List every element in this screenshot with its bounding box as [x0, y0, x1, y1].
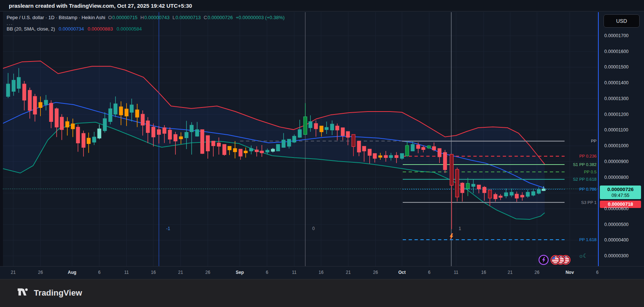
- ohlc-value: 0.00000715: [112, 15, 138, 20]
- time-axis-label: 26: [534, 270, 539, 275]
- ohlc-key: H: [140, 15, 144, 20]
- time-axis-label: 6: [98, 270, 101, 275]
- bb-value: 0.00000584: [117, 26, 142, 32]
- time-axis-label: Nov: [566, 270, 574, 275]
- bb-value: 0.00000883: [88, 26, 113, 32]
- bar-countdown: 09:47:55: [600, 193, 641, 198]
- pivot-level-label: S1 PP 0.382: [516, 162, 597, 167]
- tradingview-logo-text: TradingView: [34, 288, 82, 298]
- pivot-level-label: PP 0.786: [516, 187, 597, 192]
- time-axis-label: 11: [124, 270, 129, 275]
- currency-toggle-button[interactable]: USD: [604, 14, 640, 28]
- price-axis-label: 0.00001100: [604, 127, 641, 133]
- pivot-level-label: PP 0.236: [516, 154, 597, 159]
- time-axis-label: 26: [38, 270, 43, 275]
- price-axis-label: 0.00000900: [604, 159, 641, 165]
- ohlc-values: O0.00000715H0.00000743L0.00000713C0.0000…: [105, 15, 285, 20]
- event-marker-icons: [538, 254, 571, 265]
- time-axis-label: Oct: [398, 270, 406, 275]
- ohlc-key: O: [108, 15, 112, 20]
- time-axis-label: 21: [11, 270, 15, 275]
- legend-symbol-row[interactable]: Pepe / U.S. dollar · 1D · Bitstamp · Hei…: [7, 15, 285, 20]
- session-daynight-icon[interactable]: ☼☾: [579, 253, 587, 259]
- tradingview-logo-icon: [18, 288, 30, 298]
- symbol-title[interactable]: Pepe / U.S. dollar · 1D · Bitstamp · Hei…: [7, 15, 105, 20]
- event-line-label: -1: [166, 226, 170, 231]
- price-axis-label: 0.00001000: [604, 143, 641, 149]
- pivot-level-label: S2 PP 0.618: [516, 177, 597, 182]
- pivot-level-label: PP 1.618: [516, 237, 597, 242]
- time-axis-label: 6: [428, 270, 431, 275]
- price-axis-label: 0.00001400: [604, 80, 641, 86]
- last-price-value: 0.00000726: [600, 186, 641, 193]
- price-axis-label: 0.00000400: [604, 237, 641, 243]
- price-axis-label: 0.00001200: [604, 112, 641, 117]
- time-axis-label: 21: [508, 270, 512, 275]
- ohlc-value: 0.00000713: [175, 15, 201, 20]
- time-axis-label: 21: [346, 270, 351, 275]
- change-value: +0.00000003 (+0.38%): [236, 15, 285, 20]
- bb-indicator-label[interactable]: BB (20, SMA, close, 2): [7, 26, 55, 32]
- price-axis-label: 0.00000800: [604, 174, 641, 180]
- bb-value: 0.00000734: [59, 26, 84, 32]
- time-axis-label: 16: [151, 270, 156, 275]
- footer-bar: TradingView: [0, 279, 644, 307]
- event-line-label: 1: [459, 226, 461, 231]
- time-axis-label: 26: [373, 270, 378, 275]
- time-axis-label: 16: [481, 270, 486, 275]
- price-axis-label: 0.00000300: [604, 253, 641, 259]
- ohlc-key: L: [172, 15, 175, 20]
- watermark: praslearn created with TradingView.com, …: [0, 0, 644, 11]
- chart-legend: Pepe / U.S. dollar · 1D · Bitstamp · Hei…: [7, 15, 285, 33]
- price-axis-label: 0.00001500: [604, 64, 641, 70]
- last-price-badge: 0.00000726 09:47:55: [600, 186, 641, 199]
- pivot-level-label: PP: [516, 138, 597, 144]
- price-axis-label: 0.00000500: [604, 222, 641, 227]
- bb-values: 0.000007340.000008830.00000584: [55, 26, 142, 32]
- tradingview-chart-page: praslearn created with TradingView.com, …: [0, 0, 644, 307]
- watermark-text: praslearn created with TradingView.com, …: [9, 3, 192, 9]
- ohlc-value: 0.00000743: [144, 15, 170, 20]
- price-axis-label: 0.00000600: [604, 206, 641, 212]
- time-axis-label: 11: [454, 270, 458, 275]
- time-axis-label: Sep: [236, 270, 244, 275]
- tradingview-logo[interactable]: TradingView: [18, 288, 82, 298]
- price-axis-label: 0.00001700: [604, 33, 641, 39]
- time-axis-label: 6: [596, 270, 599, 275]
- time-axis[interactable]: 2126Aug611162126Sep611162126Oct611162126…: [0, 266, 644, 279]
- price-axis-label: 0.00001300: [604, 96, 641, 102]
- time-axis-label: 11: [292, 270, 296, 275]
- pivot-level-label: S3 PP 1: [516, 200, 597, 205]
- ohlc-key: C: [204, 15, 207, 20]
- us-holiday-event-icons[interactable]: [550, 254, 571, 265]
- ohlc-value: 0.00000726: [207, 15, 233, 20]
- time-axis-label: 26: [205, 270, 210, 275]
- price-axis-label: 0.00001600: [604, 49, 641, 54]
- pivot-level-label: PP 0.5: [516, 169, 597, 174]
- legend-more-button[interactable]: ...: [7, 21, 285, 25]
- time-axis-label: 21: [178, 270, 183, 275]
- power-outage-event-icon[interactable]: [538, 254, 549, 265]
- time-axis-label: 6: [266, 270, 268, 275]
- event-line-label: 0: [312, 226, 315, 231]
- time-axis-label: Aug: [68, 270, 76, 275]
- left-gutter: [0, 12, 3, 266]
- legend-bb-row[interactable]: BB (20, SMA, close, 2)0.000007340.000008…: [7, 26, 285, 32]
- time-axis-label: 16: [319, 270, 323, 275]
